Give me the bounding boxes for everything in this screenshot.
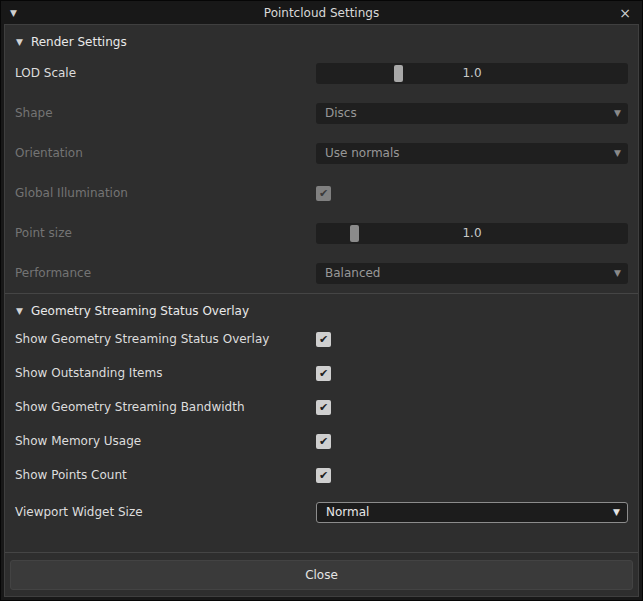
- performance-dropdown[interactable]: Balanced ▼: [316, 263, 628, 284]
- show-memory-usage-control: ✔: [316, 434, 628, 449]
- row-viewport-widget-size: Viewport Widget Size Normal ▼: [5, 492, 638, 532]
- row-show-points-count: Show Points Count ✔: [5, 458, 638, 492]
- show-overlay-label: Show Geometry Streaming Status Overlay: [15, 332, 316, 346]
- shape-dropdown-value: Discs: [325, 106, 357, 120]
- show-points-count-control: ✔: [316, 468, 628, 483]
- section-title: Geometry Streaming Status Overlay: [31, 304, 249, 318]
- point-size-slider[interactable]: 1.0: [316, 223, 628, 244]
- show-outstanding-items-control: ✔: [316, 366, 628, 381]
- row-shape: Shape Discs ▼: [5, 93, 638, 133]
- shape-control: Discs ▼: [316, 103, 628, 124]
- show-memory-usage-label: Show Memory Usage: [15, 434, 316, 448]
- viewport-widget-size-control: Normal ▼: [316, 502, 628, 523]
- show-points-count-checkbox[interactable]: ✔: [316, 468, 331, 483]
- close-button[interactable]: Close: [10, 560, 633, 590]
- lod-scale-slider[interactable]: 1.0: [316, 63, 628, 84]
- check-icon: ✔: [319, 436, 328, 447]
- global-illumination-control: ✔: [316, 186, 628, 201]
- row-show-overlay: Show Geometry Streaming Status Overlay ✔: [5, 322, 638, 356]
- section-header-render-settings[interactable]: ▼ Render Settings: [5, 25, 638, 53]
- viewport-widget-size-dropdown-value: Normal: [326, 505, 369, 519]
- row-point-size: Point size 1.0: [5, 213, 638, 253]
- row-global-illumination: Global Illumination ✔: [5, 173, 638, 213]
- show-bandwidth-checkbox[interactable]: ✔: [316, 400, 331, 415]
- show-overlay-control: ✔: [316, 332, 628, 347]
- performance-dropdown-value: Balanced: [325, 266, 380, 280]
- viewport-widget-size-label: Viewport Widget Size: [15, 505, 316, 519]
- orientation-dropdown-value: Use normals: [325, 146, 400, 160]
- point-size-value: 1.0: [316, 223, 628, 244]
- viewport-widget-size-dropdown[interactable]: Normal ▼: [316, 502, 628, 523]
- row-performance: Performance Balanced ▼: [5, 253, 638, 293]
- point-size-label: Point size: [15, 226, 316, 240]
- chevron-down-icon: ▼: [614, 268, 621, 278]
- row-orientation: Orientation Use normals ▼: [5, 133, 638, 173]
- chevron-down-icon: ▼: [614, 108, 621, 118]
- orientation-control: Use normals ▼: [316, 143, 628, 164]
- titlebar: ▼ Pointcloud Settings ×: [1, 1, 642, 24]
- show-outstanding-items-label: Show Outstanding Items: [15, 366, 316, 380]
- check-icon: ✔: [319, 334, 328, 345]
- chevron-down-icon: ▼: [613, 507, 620, 517]
- check-icon: ✔: [319, 188, 328, 199]
- window-menu-triangle-icon[interactable]: ▼: [10, 8, 17, 18]
- row-show-memory-usage: Show Memory Usage ✔: [5, 424, 638, 458]
- show-bandwidth-control: ✔: [316, 400, 628, 415]
- orientation-label: Orientation: [15, 146, 316, 160]
- orientation-dropdown[interactable]: Use normals ▼: [316, 143, 628, 164]
- check-icon: ✔: [319, 368, 328, 379]
- performance-label: Performance: [15, 266, 316, 280]
- lod-scale-value: 1.0: [316, 63, 628, 84]
- shape-dropdown[interactable]: Discs ▼: [316, 103, 628, 124]
- collapse-triangle-icon[interactable]: ▼: [16, 306, 23, 316]
- section-header-geometry-streaming[interactable]: ▼ Geometry Streaming Status Overlay: [5, 294, 638, 322]
- pointcloud-settings-window: ▼ Pointcloud Settings × ▼ Render Setting…: [0, 0, 643, 601]
- shape-label: Shape: [15, 106, 316, 120]
- section-title: Render Settings: [31, 35, 127, 49]
- show-points-count-label: Show Points Count: [15, 468, 316, 482]
- row-show-bandwidth: Show Geometry Streaming Bandwidth ✔: [5, 390, 638, 424]
- row-show-outstanding-items: Show Outstanding Items ✔: [5, 356, 638, 390]
- lod-scale-label: LOD Scale: [15, 66, 316, 80]
- performance-control: Balanced ▼: [316, 263, 628, 284]
- footer: Close: [5, 552, 638, 596]
- window-title: Pointcloud Settings: [1, 6, 642, 20]
- show-overlay-checkbox[interactable]: ✔: [316, 332, 331, 347]
- show-bandwidth-label: Show Geometry Streaming Bandwidth: [15, 400, 316, 414]
- global-illumination-checkbox[interactable]: ✔: [316, 186, 331, 201]
- lod-scale-control: 1.0: [316, 63, 628, 84]
- settings-panel: ▼ Render Settings LOD Scale 1.0 Shape Di…: [4, 24, 639, 597]
- show-memory-usage-checkbox[interactable]: ✔: [316, 434, 331, 449]
- row-lod-scale: LOD Scale 1.0: [5, 53, 638, 93]
- collapse-triangle-icon[interactable]: ▼: [16, 37, 23, 47]
- chevron-down-icon: ▼: [614, 148, 621, 158]
- check-icon: ✔: [319, 402, 328, 413]
- global-illumination-label: Global Illumination: [15, 186, 316, 200]
- point-size-control: 1.0: [316, 223, 628, 244]
- show-outstanding-items-checkbox[interactable]: ✔: [316, 366, 331, 381]
- check-icon: ✔: [319, 470, 328, 481]
- window-close-icon[interactable]: ×: [617, 6, 633, 20]
